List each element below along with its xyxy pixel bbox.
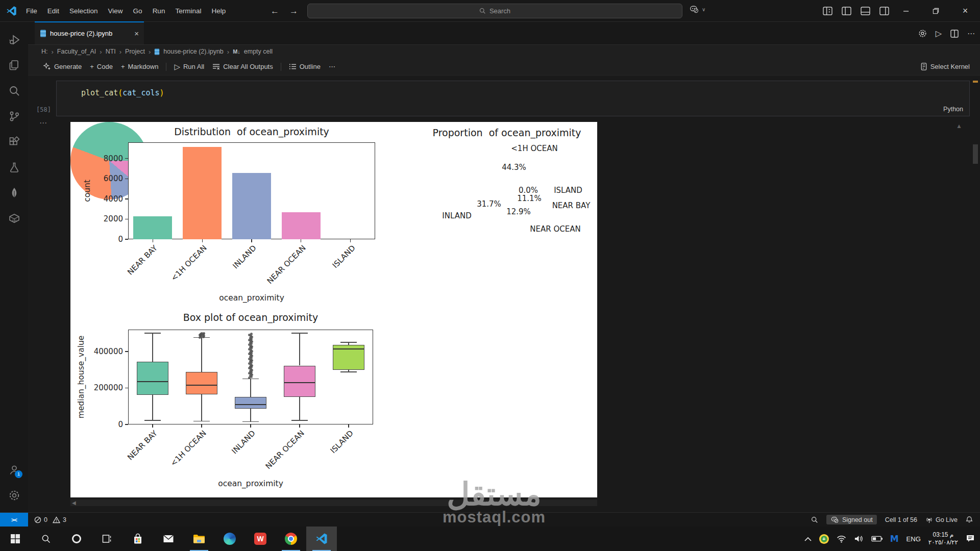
sidebar-item-extensions[interactable] xyxy=(2,129,27,155)
add-code-cell-button[interactable]: + Code xyxy=(86,61,117,72)
menu-view[interactable]: View xyxy=(103,5,128,17)
taskbar-search-button[interactable] xyxy=(31,527,61,551)
malwarebytes-icon[interactable]: M xyxy=(890,534,899,544)
remote-indicator[interactable]: >< xyxy=(0,513,28,527)
back-arrow-icon[interactable]: ← xyxy=(271,6,279,16)
tray-chevron-up-icon[interactable] xyxy=(804,537,812,541)
chevron-right-icon: › xyxy=(52,48,54,56)
notebook-settings-gear-icon[interactable] xyxy=(918,29,927,38)
breadcrumb-drive[interactable]: H: xyxy=(41,48,48,55)
y-tick-mark xyxy=(125,388,128,388)
sidebar-item-mongodb[interactable] xyxy=(2,180,27,206)
editor-more-actions-icon[interactable]: ⋯ xyxy=(967,29,975,38)
generate-button[interactable]: Generate xyxy=(39,61,86,72)
run-all-button[interactable]: ▷ Run All xyxy=(170,60,208,73)
minimize-button[interactable] xyxy=(891,0,921,22)
whisker xyxy=(152,333,153,361)
menu-file[interactable]: File xyxy=(21,5,42,17)
go-live-button[interactable]: Go Live xyxy=(925,516,958,523)
cell-position-indicator[interactable]: Cell 1 of 56 xyxy=(885,516,917,523)
task-view-button[interactable] xyxy=(92,527,122,551)
breadcrumb-folder[interactable]: Faculty_of_AI xyxy=(57,48,96,55)
menu-help[interactable]: Help xyxy=(206,5,231,17)
breadcrumb-folder[interactable]: NTI xyxy=(106,48,116,55)
code-cell[interactable]: plot_cat(cat_cols) Python xyxy=(56,81,970,116)
forward-arrow-icon[interactable]: → xyxy=(289,6,298,16)
cell-language-label[interactable]: Python xyxy=(943,106,963,113)
wifi-icon[interactable] xyxy=(837,535,846,543)
file-explorer-button[interactable] xyxy=(184,527,214,551)
cortana-button[interactable] xyxy=(61,527,92,551)
breadcrumb-folder[interactable]: Project xyxy=(125,48,145,55)
status-search-icon[interactable] xyxy=(811,516,818,523)
sidebar-item-docker[interactable] xyxy=(2,206,27,231)
whisker-cap xyxy=(144,420,161,421)
mail-button[interactable] xyxy=(153,527,184,551)
toggle-panel-icon[interactable] xyxy=(861,7,870,15)
outline-button[interactable]: Outline xyxy=(285,61,325,72)
cell-menu-icon[interactable]: ⋯ xyxy=(39,118,47,128)
start-button[interactable] xyxy=(0,527,31,551)
wps-office-button[interactable]: W xyxy=(245,527,276,551)
restore-button[interactable] xyxy=(921,0,950,22)
scroll-up-icon[interactable]: ▲ xyxy=(956,122,962,130)
clear-all-outputs-button[interactable]: Clear All Outputs xyxy=(208,61,277,72)
global-search-box[interactable]: Search xyxy=(307,4,682,18)
close-button[interactable]: × xyxy=(950,0,980,22)
volume-icon[interactable] xyxy=(854,535,864,543)
antivirus-tray-icon[interactable]: + xyxy=(819,534,829,544)
plus-icon: + xyxy=(121,63,125,70)
tab-title: house-price (2).ipynb xyxy=(50,30,112,37)
microsoft-store-button[interactable] xyxy=(122,527,153,551)
chrome-button[interactable] xyxy=(276,527,306,551)
whisker-cap xyxy=(242,379,259,380)
settings-button[interactable] xyxy=(2,483,27,508)
tab-house-price-ipynb[interactable]: house-price (2).ipynb × xyxy=(35,21,144,44)
bar-chart-title: Distribution of ocean_proximity xyxy=(174,126,329,137)
tab-close-icon[interactable]: × xyxy=(134,29,139,38)
menu-go[interactable]: Go xyxy=(128,5,148,17)
toolbar-more-actions[interactable]: ⋯ xyxy=(325,61,339,72)
menu-run[interactable]: Run xyxy=(148,5,170,17)
chrome-icon xyxy=(285,533,297,545)
pie-pct-NEAR BAY: 11.1% xyxy=(517,194,542,203)
vscode-taskbar-button[interactable] xyxy=(306,527,337,551)
sidebar-item-search[interactable] xyxy=(2,78,27,104)
vertical-scrollbar-thumb[interactable] xyxy=(973,144,978,164)
whisker xyxy=(201,338,202,372)
menu-terminal[interactable]: Terminal xyxy=(170,5,206,17)
scroll-left-icon[interactable]: ◀ xyxy=(72,500,76,506)
customize-layout-icon[interactable] xyxy=(823,7,832,15)
split-editor-icon[interactable] xyxy=(950,30,959,38)
sidebar-item-run-debug[interactable] xyxy=(2,27,27,53)
sidebar-item-explorer[interactable] xyxy=(2,53,27,78)
sidebar-item-testing[interactable] xyxy=(2,155,27,180)
code-line[interactable]: plot_cat(cat_cols) xyxy=(81,88,164,97)
problems-indicator[interactable]: 0 3 xyxy=(34,516,66,523)
run-notebook-icon[interactable]: ▷ xyxy=(936,29,942,38)
accounts-button[interactable]: 1 xyxy=(2,457,27,483)
breadcrumb-file[interactable]: house-price (2).ipynb xyxy=(163,48,223,55)
action-center-icon[interactable] xyxy=(966,534,975,543)
select-kernel-button[interactable]: Select Kernel xyxy=(920,63,970,70)
edge-button[interactable] xyxy=(214,527,245,551)
language-indicator[interactable]: ENG xyxy=(906,535,921,543)
vscode-logo-icon xyxy=(315,533,328,545)
output-horizontal-scrollbar[interactable]: ◀ xyxy=(70,499,597,506)
mongodb-leaf-icon xyxy=(8,187,20,199)
breadcrumb-cell[interactable]: empty cell xyxy=(244,48,273,55)
copilot-menu[interactable]: ∨ xyxy=(689,5,705,14)
taskbar-clock[interactable]: 03:15 م ٢٠٢٥/٠٨/٢٢ xyxy=(928,531,958,546)
menu-selection[interactable]: Selection xyxy=(64,5,103,17)
sidebar-item-source-control[interactable] xyxy=(2,104,27,129)
battery-icon[interactable] xyxy=(871,536,883,542)
toggle-sidebar-icon[interactable] xyxy=(842,7,851,15)
menu-edit[interactable]: Edit xyxy=(42,5,64,17)
y-axis-tick-label: 2000 xyxy=(92,214,123,223)
add-markdown-cell-button[interactable]: + Markdown xyxy=(117,61,163,72)
toolbar-separator xyxy=(281,63,281,71)
toggle-secondary-sidebar-icon[interactable] xyxy=(879,7,889,15)
copilot-signin-status[interactable]: Signed out xyxy=(826,515,877,524)
bell-icon[interactable] xyxy=(966,516,973,523)
notebook-toolbar: Generate + Code + Markdown ▷ Run All Cle… xyxy=(28,58,980,76)
